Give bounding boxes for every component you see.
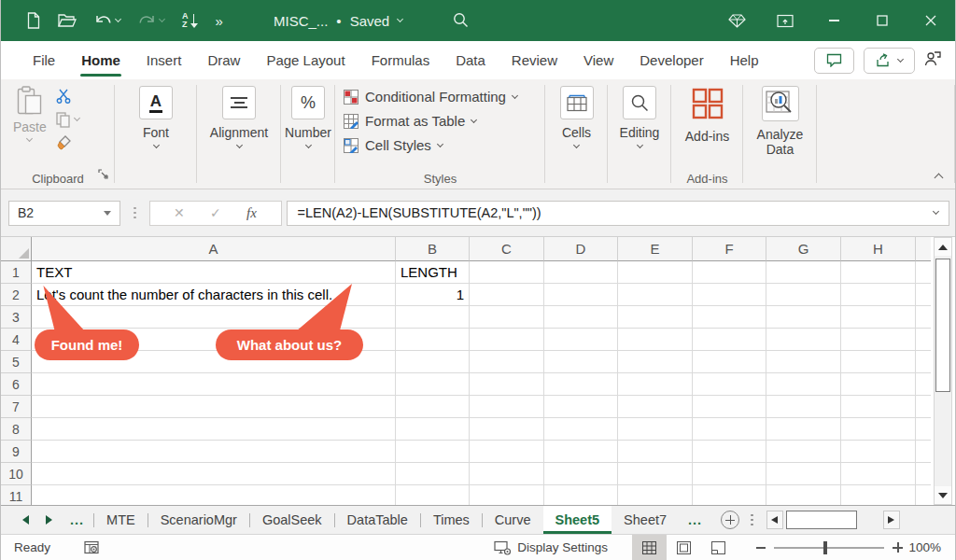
collapse-ribbon-icon[interactable] [935, 174, 944, 183]
cell-E7[interactable] [618, 396, 693, 418]
cell-F1[interactable] [693, 261, 766, 284]
ribbon-display-options-icon[interactable] [761, 0, 809, 41]
macro-record-icon[interactable] [84, 540, 100, 554]
alignment-menu-button[interactable]: Alignment [197, 79, 281, 189]
tab-insert[interactable]: Insert [134, 41, 195, 79]
conditional-formatting-button[interactable]: Conditional Formatting [344, 87, 545, 106]
format-painter-button[interactable] [56, 134, 79, 151]
people-icon[interactable] [924, 50, 942, 70]
cell-F11[interactable] [693, 485, 766, 505]
cell-B5[interactable] [396, 351, 470, 373]
vertical-scroll-thumb[interactable] [935, 259, 950, 392]
cell-B2[interactable]: 1 [396, 284, 470, 306]
cell-E6[interactable] [618, 373, 693, 396]
share-button[interactable] [864, 48, 915, 74]
sheet-tab-curve[interactable]: Curve [483, 506, 543, 534]
cell-H5[interactable] [841, 351, 916, 373]
undo-dropdown-icon[interactable] [115, 16, 121, 22]
column-header-E[interactable]: E [618, 237, 693, 261]
comments-button[interactable] [814, 48, 854, 74]
cell-D4[interactable] [544, 329, 618, 351]
page-layout-view-button[interactable] [667, 535, 701, 560]
cell-C10[interactable] [470, 463, 544, 485]
row-header-11[interactable]: 11 [1, 485, 32, 505]
cell-C3[interactable] [470, 306, 544, 329]
font-menu-button[interactable]: A Font [115, 79, 197, 189]
undo-button[interactable] [94, 14, 120, 28]
h-scroll-right-button[interactable] [883, 511, 900, 529]
h-scroll-left-button[interactable] [766, 511, 783, 529]
cell-B10[interactable] [396, 463, 470, 485]
cell-D6[interactable] [544, 373, 618, 396]
tab-view[interactable]: View [570, 41, 626, 79]
cell-B8[interactable] [396, 418, 470, 441]
cell-G10[interactable] [766, 463, 841, 485]
scroll-down-button[interactable] [935, 486, 951, 504]
cell-F5[interactable] [693, 351, 766, 373]
sheet-tab-scenariomgr[interactable]: ScenarioMgr [148, 506, 249, 534]
row-header-4[interactable]: 4 [1, 329, 32, 351]
scroll-up-button[interactable] [935, 238, 951, 256]
cell-C4[interactable] [470, 329, 544, 351]
cells-menu-button[interactable]: Cells [545, 79, 608, 189]
column-header-A[interactable]: A [32, 237, 396, 261]
cell-B11[interactable] [396, 485, 470, 505]
tab-help[interactable]: Help [717, 41, 772, 79]
cell-C1[interactable] [470, 261, 544, 284]
sheet-tab-mte[interactable]: MTE [94, 506, 148, 534]
search-icon[interactable] [453, 12, 469, 32]
cell-H6[interactable] [841, 373, 916, 396]
row-header-7[interactable]: 7 [1, 396, 32, 418]
saved-status[interactable]: Saved [350, 13, 390, 29]
cell-F2[interactable] [693, 284, 766, 306]
sheet-tab-sheet7[interactable]: Sheet7 [612, 506, 679, 534]
cell-B9[interactable] [396, 441, 470, 463]
cell-D10[interactable] [544, 463, 618, 485]
workbook-name[interactable]: MISC_... [274, 13, 328, 29]
cell-D1[interactable] [544, 261, 618, 284]
row-header-9[interactable]: 9 [1, 441, 32, 463]
maximize-button[interactable] [858, 0, 907, 41]
column-header-D[interactable]: D [544, 237, 618, 261]
sheet-bar-grip[interactable] [751, 514, 753, 526]
cell-C9[interactable] [470, 441, 544, 463]
cell-G6[interactable] [766, 373, 841, 396]
cell-B7[interactable] [396, 396, 470, 418]
cell-E4[interactable] [618, 329, 693, 351]
tab-draw[interactable]: Draw [194, 41, 253, 79]
cell-G4[interactable] [766, 329, 841, 351]
cell-H1[interactable] [841, 261, 916, 284]
cell-D2[interactable] [544, 284, 618, 306]
sheet-tab-datatable[interactable]: DataTable [335, 506, 420, 534]
tab-data[interactable]: Data [443, 41, 499, 79]
column-header-H[interactable]: H [841, 237, 916, 261]
zoom-slider-track[interactable] [774, 547, 884, 549]
next-sheet-button[interactable] [37, 515, 61, 525]
saved-dropdown-icon[interactable] [397, 16, 403, 22]
cell-C2[interactable] [470, 284, 544, 306]
row-header-10[interactable]: 10 [1, 463, 32, 485]
close-button[interactable] [907, 0, 955, 41]
cell-styles-button[interactable]: Cell Styles [344, 135, 545, 155]
clipboard-dialog-launcher-icon[interactable] [98, 166, 108, 183]
cell-E5[interactable] [618, 351, 693, 373]
cell-E8[interactable] [618, 418, 693, 441]
previous-sheet-button[interactable] [14, 515, 37, 525]
formula-bar-grip[interactable] [134, 207, 136, 219]
cut-button[interactable] [56, 88, 79, 105]
cell-F8[interactable] [693, 418, 766, 441]
cell-D7[interactable] [544, 396, 618, 418]
row-header-5[interactable]: 5 [1, 351, 32, 373]
cell-E11[interactable] [618, 485, 693, 505]
cell-C5[interactable] [470, 351, 544, 373]
cell-G3[interactable] [766, 306, 841, 329]
vertical-scroll-track[interactable] [935, 256, 951, 486]
cell-A1[interactable]: TEXT [32, 261, 396, 284]
tab-home[interactable]: Home [68, 41, 134, 79]
qat-overflow-button[interactable]: » [216, 13, 224, 29]
cell-D11[interactable] [544, 485, 618, 505]
cell-A11[interactable] [32, 485, 396, 505]
cell-E3[interactable] [618, 306, 693, 329]
sheet-tab-goalseek[interactable]: GoalSeek [250, 506, 334, 534]
editing-menu-button[interactable]: Editing [608, 79, 671, 189]
